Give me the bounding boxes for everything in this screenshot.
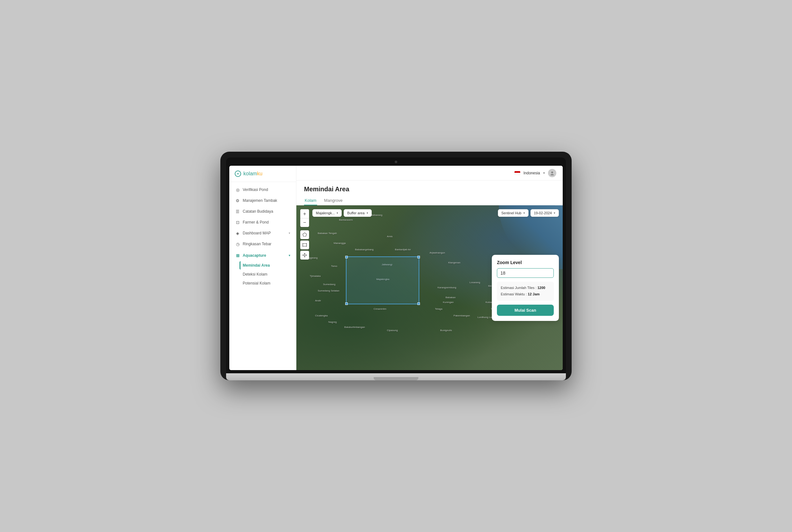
time-value: 12 Jam	[528, 292, 540, 296]
laptop-camera	[395, 160, 397, 163]
user-icon	[550, 171, 554, 175]
tab-mangrove[interactable]: Mangrove	[323, 196, 343, 205]
sidebar-item-farmer-pond[interactable]: ⊡ Farmer & Pond	[232, 217, 294, 227]
aquacapture-submenu: Memindai Area Deteksi Kolam Potensial Ko…	[232, 261, 294, 287]
svg-marker-3	[303, 233, 306, 236]
page-title: Memindai Area	[304, 186, 555, 193]
svg-rect-4	[303, 244, 306, 246]
sidebar-item-catatan-budidaya[interactable]: ☰ Catatan Budidaya	[232, 206, 294, 216]
country-name: Indonesia	[524, 171, 540, 175]
date-dropdown-arrow: ▾	[554, 211, 555, 214]
sidebar-item-verifikasi-pond[interactable]: ◎ Verifikasi Pond	[232, 185, 294, 195]
page-header: Memindai Area Kolam Mangrove	[296, 180, 563, 205]
zoom-controls: + −	[300, 209, 309, 227]
date-dropdown[interactable]: 19-02-2024 ▾	[530, 209, 559, 217]
laptop-notch	[374, 377, 418, 380]
selection-handle-br[interactable]	[417, 302, 420, 305]
tiles-value: 1200	[538, 286, 545, 290]
logo: kolamku	[229, 166, 296, 182]
svg-point-7	[302, 246, 303, 247]
scan-button[interactable]: Mulai Scan	[497, 305, 554, 316]
logo-icon	[234, 170, 241, 177]
move-button[interactable]	[300, 251, 309, 260]
sidebar: kolamku ◎ Verifikasi Pond ⚙ Manajemen Ta…	[229, 166, 296, 370]
zoom-level-input[interactable]	[497, 268, 554, 278]
aquacapture-icon: ⊞	[235, 253, 240, 258]
map-selection-box[interactable]	[346, 256, 419, 304]
map-top-right: Sentinel Hub ▾ 19-02-2024 ▾	[498, 209, 559, 217]
zoom-panel: Zoom Level Estimasi Jumlah Tiles : 1200 …	[492, 255, 559, 321]
zoom-info: Estimasi Jumlah Tiles : 1200 Estimasi Wa…	[497, 282, 554, 301]
sidebar-item-manajemen-tambak[interactable]: ⚙ Manajemen Tambak	[232, 195, 294, 206]
move-icon	[302, 253, 307, 258]
map-top-controls: Majalengk... ▾ Buffer area ▾ S	[312, 209, 559, 217]
map-area[interactable]: Jatbarang Bantarasem Babakan Tengah Mana…	[296, 205, 563, 370]
sentinel-dropdown-arrow: ▾	[524, 211, 525, 214]
svg-point-1	[551, 171, 553, 173]
rectangle-icon	[302, 243, 307, 247]
top-bar: Indonesia ▾	[296, 166, 563, 180]
map-controls: + −	[300, 209, 309, 260]
dashboard-icon: ◈	[235, 231, 240, 236]
zoom-in-button[interactable]: +	[300, 209, 309, 218]
verifikasi-icon: ◎	[235, 187, 240, 192]
sidebar-nav: ◎ Verifikasi Pond ⚙ Manajemen Tambak ☰ C…	[229, 185, 296, 367]
top-bar-right: Indonesia ▾	[514, 169, 556, 177]
aquacapture-chevron: ▾	[289, 254, 290, 257]
draw-rectangle-button[interactable]	[300, 241, 309, 249]
svg-point-5	[302, 243, 303, 244]
catatan-icon: ☰	[235, 209, 240, 214]
svg-point-6	[306, 243, 307, 244]
farmer-icon: ⊡	[235, 220, 240, 225]
zoom-panel-title: Zoom Level	[497, 260, 554, 265]
buffer-area-dropdown[interactable]: Buffer area ▾	[344, 209, 372, 217]
buffer-dropdown-arrow: ▾	[366, 211, 368, 214]
sidebar-item-potensial-kolam[interactable]: Potensial Kolam	[240, 279, 294, 287]
tiles-info: Estimasi Jumlah Tiles : 1200	[501, 285, 550, 291]
sidebar-item-aquacapture[interactable]: ⊞ Aquacapture ▾	[232, 250, 294, 261]
svg-point-2	[551, 174, 554, 175]
time-info: Estimasi Waktu : 12 Jam	[501, 291, 550, 298]
ringkasan-icon: ◷	[235, 242, 240, 247]
indonesia-flag	[514, 171, 520, 175]
polygon-icon	[302, 232, 307, 237]
map-top-left: Majalengk... ▾ Buffer area ▾	[312, 209, 372, 217]
selection-handle-tl[interactable]	[345, 256, 348, 258]
sidebar-item-deteksi-kolam[interactable]: Deteksi Kolam	[240, 270, 294, 279]
logo-text: kolamku	[243, 171, 263, 176]
sidebar-item-memindai-area[interactable]: Memindai Area	[240, 261, 294, 269]
dashboard-map-chevron: ▾	[289, 231, 290, 235]
zoom-out-button[interactable]: −	[300, 218, 309, 227]
sidebar-item-dashboard-map[interactable]: ◈ Dashboard MAP ▾	[232, 228, 294, 238]
location-dropdown-arrow: ▾	[337, 211, 338, 214]
selection-handle-tr[interactable]	[417, 256, 420, 258]
location-dropdown[interactable]: Majalengk... ▾	[312, 209, 342, 217]
main-content: Indonesia ▾ Memindai Area	[296, 166, 563, 370]
tabs: Kolam Mangrove	[304, 196, 555, 205]
sidebar-item-ringkasan-tebar[interactable]: ◷ Ringkasan Tebar	[232, 239, 294, 249]
sentinel-dropdown[interactable]: Sentinel Hub ▾	[498, 209, 529, 217]
country-chevron[interactable]: ▾	[543, 171, 545, 175]
manajemen-icon: ⚙	[235, 198, 240, 203]
tab-kolam[interactable]: Kolam	[304, 196, 317, 205]
draw-polygon-button[interactable]	[300, 230, 309, 239]
svg-point-8	[306, 246, 307, 247]
user-avatar[interactable]	[548, 169, 556, 177]
selection-handle-bl[interactable]	[345, 302, 348, 305]
